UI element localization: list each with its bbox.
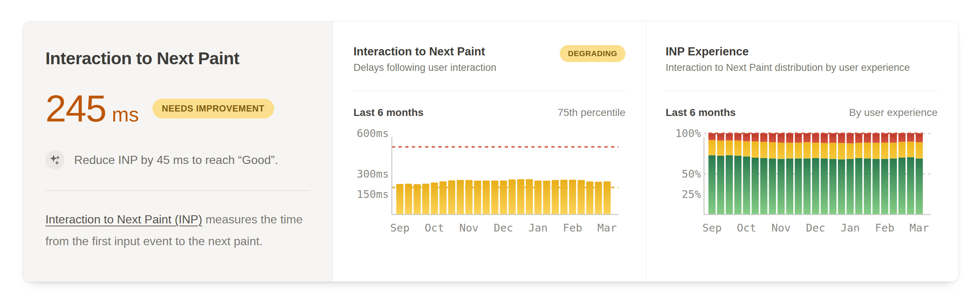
experience-segment-poor xyxy=(760,133,767,142)
inp-bar xyxy=(500,180,507,214)
experience-metric-label: By user experience xyxy=(849,107,937,118)
inp-bar xyxy=(491,180,498,214)
experience-stacked-chart: 100%50%25%SepOctNovDecJanFebMar xyxy=(666,121,931,235)
experience-segment-needs-improvement xyxy=(778,142,784,159)
inp-bar xyxy=(586,182,593,214)
experience-segment-needs-improvement xyxy=(795,142,802,158)
experience-segment-good xyxy=(795,158,802,214)
experience-segment-good xyxy=(881,159,888,214)
experience-segment-needs-improvement xyxy=(889,142,897,158)
experience-segment-good xyxy=(838,159,845,214)
trend-title: Interaction to Next Paint xyxy=(353,45,496,58)
experience-segment-poor xyxy=(786,133,793,142)
experience-segment-good xyxy=(907,157,914,214)
experience-segment-poor xyxy=(795,133,802,142)
experience-segment-good xyxy=(916,158,923,214)
experience-segment-good xyxy=(899,158,905,214)
x-tick-label: Feb xyxy=(563,222,582,234)
experience-segment-good xyxy=(889,158,897,214)
metric-value-row: 245 ms NEEDS IMPROVEMENT xyxy=(45,90,310,128)
experience-segment-poor xyxy=(916,133,923,142)
metric-value: 245 xyxy=(45,90,106,128)
divider xyxy=(45,190,310,191)
trend-subtitle: Delays following user interaction xyxy=(353,62,496,73)
trend-header: Interaction to Next Paint Delays followi… xyxy=(353,45,625,73)
experience-segment-needs-improvement xyxy=(873,143,880,159)
inp-experience-panel: INP Experience Interaction to Next Paint… xyxy=(646,21,958,281)
inp-bar xyxy=(543,180,550,214)
experience-segment-needs-improvement xyxy=(769,142,776,158)
experience-segment-needs-improvement xyxy=(899,142,905,158)
inp-bar xyxy=(560,180,568,214)
inp-bar xyxy=(431,182,438,214)
experience-segment-good xyxy=(829,159,837,214)
inp-bar xyxy=(457,180,464,214)
experience-segment-poor xyxy=(717,133,724,141)
y-tick-label: 600ms xyxy=(357,127,389,140)
x-tick-label: Nov xyxy=(772,222,791,234)
experience-segment-poor xyxy=(829,133,837,143)
experience-subtitle: Interaction to Next Paint distribution b… xyxy=(666,62,910,73)
inp-bar xyxy=(517,179,524,214)
experience-segment-poor xyxy=(855,133,862,143)
y-tick-label: 50% xyxy=(682,168,701,180)
experience-segment-good xyxy=(873,159,880,214)
experience-segment-good xyxy=(855,158,862,214)
inp-bar xyxy=(474,180,481,214)
insight-row: Reduce INP by 45 ms to reach “Good”. xyxy=(45,150,310,169)
x-tick-label: Jan xyxy=(840,222,860,234)
x-tick-label: Jan xyxy=(528,222,547,234)
x-tick-label: Sep xyxy=(390,222,410,234)
status-badge: NEEDS IMPROVEMENT xyxy=(153,99,274,118)
x-tick-label: Oct xyxy=(737,222,756,234)
experience-segment-good xyxy=(846,159,853,214)
inp-bar xyxy=(526,179,533,214)
experience-segment-good xyxy=(743,156,750,214)
experience-segment-good xyxy=(734,156,741,215)
experience-segment-good xyxy=(752,158,759,214)
experience-segment-poor xyxy=(873,133,880,143)
trend-titles: Interaction to Next Paint Delays followi… xyxy=(353,45,496,73)
experience-segment-needs-improvement xyxy=(821,143,827,158)
inp-bar xyxy=(396,184,403,214)
experience-titles: INP Experience Interaction to Next Paint… xyxy=(666,45,910,73)
experience-segment-needs-improvement xyxy=(829,143,837,159)
experience-segment-good xyxy=(821,158,827,214)
inp-bar xyxy=(534,180,541,214)
inp-bar xyxy=(448,180,455,214)
experience-segment-poor xyxy=(838,133,845,143)
experience-segment-needs-improvement xyxy=(864,142,871,158)
y-tick-label: 150ms xyxy=(357,188,389,201)
inp-definition-link[interactable]: Interaction to Next Paint (INP) xyxy=(45,213,202,226)
x-tick-label: Sep xyxy=(703,222,722,234)
experience-segment-needs-improvement xyxy=(907,142,914,157)
divider xyxy=(666,91,937,91)
experience-segment-good xyxy=(769,158,776,214)
experience-segment-poor xyxy=(812,133,819,142)
experience-title: INP Experience xyxy=(666,45,910,58)
x-tick-label: Dec xyxy=(806,222,825,234)
metric-unit: ms xyxy=(112,103,139,126)
inp-bar xyxy=(552,180,558,215)
experience-segment-needs-improvement xyxy=(726,140,733,155)
inp-bar xyxy=(465,180,472,215)
experience-segment-poor xyxy=(821,133,827,143)
experience-segment-poor xyxy=(899,133,905,142)
x-tick-label: Dec xyxy=(494,222,513,234)
experience-segment-good xyxy=(778,159,784,214)
experience-segment-needs-improvement xyxy=(734,141,741,156)
x-tick-label: Oct xyxy=(425,222,444,234)
experience-segment-good xyxy=(803,158,810,214)
experience-segment-needs-improvement xyxy=(717,141,724,156)
inp-bar xyxy=(422,184,429,214)
web-vitals-card: Interaction to Next Paint 245 ms NEEDS I… xyxy=(23,21,959,282)
sparkles-icon xyxy=(45,150,65,169)
experience-segment-needs-improvement xyxy=(743,141,750,156)
trend-range-row: Last 6 months 75th percentile xyxy=(353,107,625,118)
page-title: Interaction to Next Paint xyxy=(45,48,310,68)
experience-segment-good xyxy=(786,158,793,214)
inp-bar xyxy=(604,181,611,214)
x-tick-label: Nov xyxy=(460,222,479,234)
trend-status-badge: DEGRADING xyxy=(560,45,625,62)
experience-segment-needs-improvement xyxy=(881,142,888,159)
